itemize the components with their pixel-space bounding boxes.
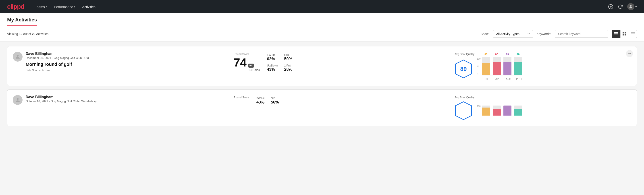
round-date-2: October 16, 2021 - Gog Magog Golf Club -… [26, 100, 234, 103]
page-title: My Activities [7, 17, 37, 26]
score-display: 74 +4 18 Holes [234, 57, 260, 72]
nav-activities[interactable]: Activities [82, 4, 96, 10]
bar-arg: 89 [504, 53, 512, 75]
keywords-label: Keywords: [537, 32, 551, 36]
user-menu-chevron-icon: ▾ [635, 5, 637, 8]
activities-list: ✏ Dave Billingham December 05, 2021 - Go… [0, 42, 644, 134]
round-title: Morning round of golf [26, 62, 234, 67]
activity-type-select[interactable]: All Activity Types [493, 30, 533, 38]
bar-putt: 89 [514, 53, 522, 75]
user-menu-button[interactable]: ▾ [627, 3, 637, 10]
refresh-button[interactable] [618, 4, 623, 9]
nav-performance-label: Performance [54, 5, 73, 9]
round-date: December 05, 2021 - Gog Magog Golf Club … [26, 56, 234, 60]
compact-view-button[interactable] [629, 30, 637, 38]
grid-view-button[interactable] [620, 30, 628, 38]
player-avatar [13, 52, 22, 62]
nav-teams-chevron-icon: ▾ [46, 6, 47, 8]
nav-performance[interactable]: Performance ▾ [54, 4, 75, 10]
bar-ott: 85 [482, 53, 490, 75]
viewing-text: Viewing 12 out of 29 Activities [7, 32, 477, 36]
show-label: Show: [481, 32, 489, 36]
nav-performance-chevron-icon: ▾ [74, 6, 75, 8]
nav-activities-label: Activities [82, 5, 96, 9]
toolbar: Viewing 12 out of 29 Activities Show: Al… [0, 26, 644, 42]
card-info: Dave Billingham December 05, 2021 - Gog … [26, 52, 234, 72]
player-name: Dave Billingham [26, 52, 234, 56]
player-avatar-2 [13, 95, 22, 105]
edit-button[interactable]: ✏ [626, 50, 633, 57]
svg-rect-10 [631, 32, 635, 32]
score-badge: +4 [248, 64, 254, 68]
bar-app-2: 82 [493, 105, 501, 116]
stat-gir-2: GIR 56% [271, 97, 279, 105]
stat-fw-hit-2: FW Hit 43% [256, 97, 265, 105]
shot-quality-hexagon-2 [454, 101, 472, 120]
svg-marker-15 [456, 102, 472, 120]
score-holes: 18 Holes [248, 68, 260, 72]
viewing-total: 29 [32, 32, 36, 36]
svg-rect-7 [624, 32, 626, 34]
avg-shot-quality-section-2: Avg Shot Quality 100 [454, 96, 522, 120]
navbar: clippd Teams ▾ Performance ▾ Activities [0, 0, 644, 14]
svg-rect-4 [614, 34, 618, 34]
avg-shot-quality-section: Avg Shot Quality 89 [454, 53, 523, 80]
stat-up-down: Up/Down 43% [267, 64, 278, 72]
logo: clippd [7, 3, 24, 10]
svg-rect-13 [631, 35, 635, 35]
svg-rect-11 [631, 33, 635, 34]
shot-quality-score: 89 [460, 66, 467, 72]
list-view-button[interactable] [612, 30, 620, 38]
nav-teams-label: Teams [35, 5, 45, 9]
avg-shot-quality-label-2: Avg Shot Quality [454, 96, 522, 99]
svg-rect-6 [622, 32, 624, 34]
shot-quality-chart: 100 50 0 85 [477, 58, 523, 80]
svg-rect-8 [622, 34, 624, 36]
stat-1putt: 1 Putt 28% [284, 64, 292, 72]
stat-pairs-2: FW Hit 43% GIR 56% [256, 97, 279, 105]
viewing-count: 12 [19, 32, 22, 36]
shot-quality-chart-2: 100 94 [477, 105, 522, 116]
round-score-label-2: Round Score [234, 96, 249, 99]
svg-rect-3 [614, 32, 618, 33]
bar-ott-2: 94 [482, 105, 490, 116]
svg-rect-9 [624, 34, 626, 36]
page-header: My Activities [0, 14, 644, 26]
round-score-section: Round Score 74 +4 18 Holes [234, 53, 260, 72]
svg-rect-5 [614, 34, 618, 35]
avatar [627, 3, 634, 10]
search-input[interactable] [555, 30, 608, 38]
card-info-2: Dave Billingham October 16, 2021 - Gog M… [26, 95, 234, 103]
stat-gir: GIR 50% [284, 54, 292, 61]
view-toggle [612, 30, 637, 38]
activity-card-2: Dave Billingham October 16, 2021 - Gog M… [7, 90, 637, 126]
stat-pairs: FW Hit 62% Up/Down 43% GIR 50% [267, 54, 292, 72]
round-score-section-2: Round Score [234, 96, 249, 103]
activity-card: ✏ Dave Billingham December 05, 2021 - Go… [7, 46, 637, 86]
bar-arg-2: 106 [504, 105, 512, 116]
nav-icons: ▾ [608, 3, 637, 10]
bar-putt-2: 87 [514, 105, 522, 116]
player-name-2: Dave Billingham [26, 95, 234, 99]
stat-fw-hit: FW Hit 62% [267, 54, 278, 61]
shot-quality-hexagon: 89 [454, 59, 472, 79]
score-number: 74 [234, 57, 246, 68]
nav-teams[interactable]: Teams ▾ [35, 4, 47, 10]
svg-rect-12 [631, 34, 635, 34]
bar-app: 90 [493, 53, 501, 75]
add-button[interactable] [608, 4, 614, 9]
data-source: Data Source: Arccos [26, 69, 234, 72]
round-score-label: Round Score [234, 53, 260, 56]
